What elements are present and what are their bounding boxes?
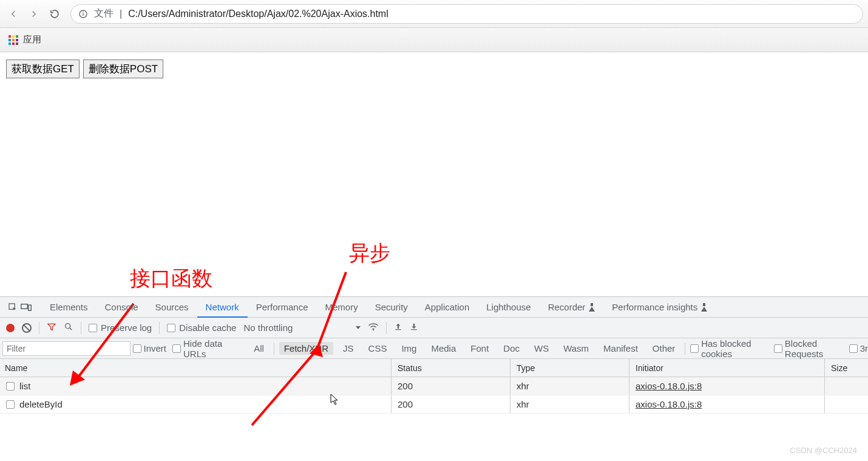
svg-line-12 (70, 328, 72, 330)
url-text: C:/Users/Administrator/Desktop/Ajax/02.%… (128, 9, 388, 19)
devtools-panel: Elements Console Sources Network Perform… (0, 296, 868, 414)
filter-css[interactable]: CSS (364, 342, 392, 355)
annotation-api-func: 接口函数 (130, 265, 212, 293)
filter-toggle-icon[interactable] (47, 322, 56, 333)
get-data-button[interactable]: 获取数据GET (6, 60, 80, 78)
clear-button[interactable] (22, 323, 32, 333)
devtools-tabs: Elements Console Sources Network Perform… (0, 297, 868, 318)
beaker-icon (701, 303, 707, 312)
apps-label[interactable]: 应用 (23, 34, 41, 46)
apps-icon[interactable] (8, 35, 18, 45)
filter-font[interactable]: Font (466, 342, 493, 355)
tab-performance[interactable]: Performance (248, 297, 317, 317)
tab-security[interactable]: Security (367, 297, 416, 317)
watermark: CSDN @CCH2024 (790, 446, 857, 455)
filter-other[interactable]: Other (648, 342, 680, 355)
initiator-link[interactable]: axios-0.18.0.js:8 (636, 381, 702, 391)
tab-memory[interactable]: Memory (317, 297, 367, 317)
bookmarks-bar: 应用 (0, 28, 868, 52)
row-checkbox[interactable] (6, 400, 15, 409)
tab-recorder[interactable]: Recorder (540, 297, 604, 317)
filter-ws[interactable]: WS (529, 342, 554, 355)
network-toolbar: Preserve log Disable cache No throttling (0, 318, 868, 338)
hide-data-urls-checkbox[interactable]: Hide data URLs (172, 338, 244, 359)
blocked-cookies-checkbox[interactable]: Has blocked cookies (690, 338, 769, 359)
delete-data-button[interactable]: 删除数据POST (83, 60, 163, 78)
reload-button[interactable] (46, 5, 63, 22)
table-header: Name Status Type Initiator Size (0, 359, 868, 377)
tab-application[interactable]: Application (416, 297, 478, 317)
svg-rect-9 (21, 304, 28, 309)
beaker-icon (589, 303, 595, 312)
row-checkbox[interactable] (6, 382, 15, 391)
upload-icon[interactable] (394, 322, 402, 333)
filter-all[interactable]: All (249, 342, 269, 355)
throttling-dropdown[interactable]: No throttling (243, 323, 293, 333)
forward-button[interactable] (25, 5, 42, 22)
annotation-async: 异步 (349, 239, 390, 267)
filter-doc[interactable]: Doc (498, 342, 524, 355)
svg-point-13 (373, 329, 374, 330)
record-button[interactable] (6, 324, 15, 332)
tab-performance-insights[interactable]: Performance insights (603, 297, 716, 317)
svg-rect-1 (83, 13, 83, 15)
download-icon[interactable] (410, 322, 418, 333)
filter-js[interactable]: JS (338, 342, 359, 355)
device-toggle-icon[interactable] (19, 297, 33, 317)
header-status[interactable]: Status (392, 359, 510, 377)
search-icon[interactable] (64, 322, 73, 333)
blocked-requests-checkbox[interactable]: Blocked Requests (774, 338, 844, 359)
filter-img[interactable]: Img (396, 342, 421, 355)
svg-rect-2 (83, 12, 83, 12)
tab-sources[interactable]: Sources (147, 297, 197, 317)
filter-wasm[interactable]: Wasm (558, 342, 594, 355)
network-filter-bar: Invert Hide data URLs All Fetch/XHR JS C… (0, 338, 868, 359)
filter-input[interactable] (2, 341, 131, 356)
page-content: 获取数据GET 删除数据POST (0, 52, 868, 296)
svg-rect-14 (396, 329, 401, 330)
table-row[interactable]: deleteById 200 xhr axios-0.18.0.js:8 (0, 395, 868, 414)
header-initiator[interactable]: Initiator (629, 359, 825, 377)
tab-lighthouse[interactable]: Lighthouse (478, 297, 539, 317)
filter-manifest[interactable]: Manifest (598, 342, 643, 355)
address-bar[interactable]: 文件 | C:/Users/Administrator/Desktop/Ajax… (70, 4, 863, 24)
network-table: Name Status Type Initiator Size list 200… (0, 359, 868, 414)
initiator-link[interactable]: axios-0.18.0.js:8 (636, 399, 702, 409)
disable-cache-checkbox[interactable]: Disable cache (167, 323, 236, 333)
third-party-checkbox[interactable]: 3r (849, 343, 868, 353)
tab-network[interactable]: Network (197, 297, 248, 317)
header-size[interactable]: Size (825, 359, 868, 377)
header-type[interactable]: Type (510, 359, 629, 377)
svg-rect-10 (29, 305, 32, 310)
svg-rect-15 (412, 329, 417, 330)
inspect-icon[interactable] (6, 297, 19, 317)
wifi-icon[interactable] (368, 323, 379, 333)
info-icon (78, 9, 88, 19)
back-button[interactable] (5, 5, 22, 22)
table-row[interactable]: list 200 xhr axios-0.18.0.js:8 (0, 377, 868, 395)
tab-elements[interactable]: Elements (41, 297, 97, 317)
invert-checkbox[interactable]: Invert (133, 343, 167, 353)
file-label: 文件 (94, 7, 114, 20)
filter-fetch-xhr[interactable]: Fetch/XHR (279, 342, 333, 355)
chevron-down-icon[interactable] (356, 326, 361, 329)
header-name[interactable]: Name (0, 359, 392, 377)
filter-media[interactable]: Media (426, 342, 461, 355)
browser-toolbar: 文件 | C:/Users/Administrator/Desktop/Ajax… (0, 0, 868, 28)
svg-point-11 (66, 324, 70, 329)
preserve-log-checkbox[interactable]: Preserve log (89, 323, 152, 333)
tab-console[interactable]: Console (97, 297, 147, 317)
